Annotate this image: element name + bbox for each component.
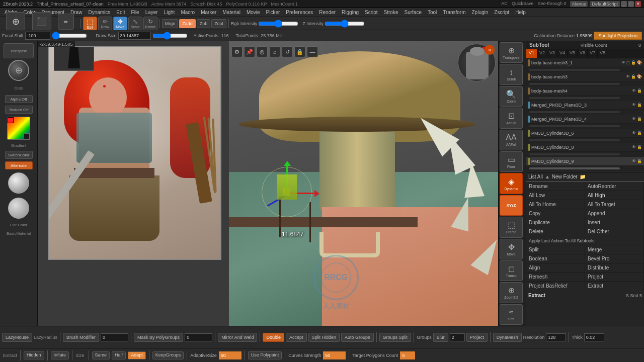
paint-icon-1[interactable]: 🎨 (637, 60, 642, 65)
opacity-slider-1[interactable] (529, 69, 620, 71)
menu-zplugin[interactable]: Zplugin (469, 9, 491, 16)
tab-v8[interactable]: V8 (598, 49, 607, 58)
autoreorder-btn[interactable]: AutoReorder (585, 182, 644, 191)
smt-icon-btn[interactable]: ≈ Smt (500, 304, 523, 325)
edit-btn[interactable]: ⬚ Edit (83, 17, 97, 31)
menu-surface[interactable]: Surface (401, 9, 424, 16)
resolution-input[interactable] (546, 333, 566, 341)
split-btn[interactable]: Split (526, 245, 585, 254)
eye-icon-7[interactable]: 👁 (632, 145, 636, 149)
menu-script[interactable]: Script (362, 9, 380, 16)
brush-modifier-input[interactable] (101, 333, 128, 341)
switch-color-btn[interactable]: SwitchColor (5, 151, 33, 159)
project-bas-btn[interactable]: Project BasRelief (526, 282, 585, 291)
list-all-btn[interactable]: List All (528, 174, 543, 179)
dash-icon[interactable]: — (307, 46, 318, 57)
aafull-icon-btn[interactable]: AA AAFull (500, 130, 523, 150)
accept-btn[interactable]: Accept (286, 333, 307, 342)
menu-layer[interactable]: Layer (143, 9, 160, 16)
all-high-btn[interactable]: All High (585, 191, 644, 200)
blur-input[interactable] (450, 333, 465, 341)
dynamic-icon-btn[interactable]: ◈ Dynamic (500, 173, 523, 194)
tab-v3[interactable]: V3 (547, 49, 557, 58)
subtool-row-3[interactable]: body-base-mesh4 👁 🔒 (526, 86, 644, 96)
lock-icon-6[interactable]: 🔒 (637, 131, 642, 135)
seethrough-btn[interactable]: See-through 0 (537, 1, 566, 7)
frame-icon-btn[interactable]: ⬚ Frame (500, 217, 523, 237)
opacity-slider-4[interactable] (529, 111, 620, 113)
all-to-target-btn[interactable]: All To Target (585, 200, 644, 209)
close-btn[interactable]: ✕ (635, 1, 641, 7)
menu-edit[interactable]: Edit (114, 9, 127, 16)
mask-by-polygroups-btn[interactable]: Mask By PolyGroups (134, 333, 183, 342)
zadd-btn[interactable]: Zadd (179, 19, 196, 28)
dynamesher-btn[interactable]: DynaMesh (493, 333, 522, 342)
menu-transform[interactable]: Transform (440, 9, 468, 16)
menu-dynamics[interactable]: Dynamics (86, 9, 113, 16)
split-hidden-btn[interactable]: Split Hidden (308, 333, 340, 342)
maximize-btn[interactable]: □ (628, 1, 634, 7)
actual-icon-btn[interactable]: ⊡ Actual (500, 108, 523, 128)
adapt-btn[interactable]: Adapt (128, 351, 146, 359)
target-poly-input[interactable] (400, 351, 415, 359)
lock-icon-3[interactable]: 🔒 (637, 88, 642, 93)
tab-v6[interactable]: V6 (578, 49, 588, 58)
rename-btn[interactable]: Rename (526, 182, 585, 191)
zcut-btn[interactable]: Zcut (211, 19, 226, 28)
opacity-slider-3[interactable] (529, 97, 620, 99)
copy-btn[interactable]: Copy (526, 209, 585, 218)
menu-render[interactable]: Render (316, 9, 338, 16)
apply-last-btn[interactable]: Apply Last Action To All Subtools (526, 236, 644, 245)
half-btn[interactable]: Half (112, 351, 126, 359)
thick-input[interactable] (584, 333, 604, 341)
texture-off-btn[interactable]: Texture Off (5, 106, 33, 114)
del-other-btn[interactable]: Del Other (585, 227, 644, 236)
eye-icon-8[interactable]: 👁 (632, 159, 636, 163)
menu-help[interactable]: Help (513, 9, 528, 16)
material-sphere[interactable] (8, 172, 29, 194)
subtool-row-7[interactable]: PM3D_Cylinder3D_8 👁 🔒 (526, 143, 644, 152)
xyrz-icon-btn[interactable]: XYrZ (500, 195, 523, 216)
opacity-slider-8[interactable] (529, 167, 620, 169)
tab-v2[interactable]: V2 (537, 49, 547, 58)
ref-thumbnail[interactable] (54, 46, 94, 71)
tab-v4[interactable]: V4 (557, 49, 568, 58)
curves-strength-input[interactable] (323, 351, 346, 359)
subtool-row-1[interactable]: body-base-mesh3_1 👁 ◻ 🔒 🎨 (526, 58, 644, 67)
ref-image-container[interactable] (48, 46, 221, 260)
subtool-row-5[interactable]: Merged_PM3D_Plane3D_4 👁 🔒 (526, 115, 644, 124)
delete-btn[interactable]: Delete (526, 227, 585, 236)
lock-icon[interactable]: 🔒 (294, 46, 305, 57)
menu-light[interactable]: Light (162, 9, 178, 16)
rgb-intensity-slider[interactable] (258, 21, 298, 27)
minimize-btn[interactable]: _ (621, 1, 627, 7)
lock-icon-4[interactable]: 🔒 (637, 103, 642, 107)
boolean-btn[interactable]: Boolean (526, 254, 585, 263)
quicksave-btn[interactable]: QuickSave (512, 1, 534, 7)
menu-preferences[interactable]: Preferences (283, 9, 315, 16)
opacity-slider-7[interactable] (529, 153, 620, 155)
mrgn-btn[interactable]: Mrgn (162, 19, 179, 28)
projection-master-btn[interactable]: ⊕ (6, 12, 25, 31)
subtool-row-6[interactable]: PM3D_Cylinder3D_6 👁 🔒 (526, 129, 644, 138)
keep-groups-btn[interactable]: KeepGroups (152, 351, 184, 359)
mirror-weld-btn[interactable]: Mirror And Weld (218, 333, 257, 342)
color-swatch[interactable] (7, 117, 30, 140)
subtool-row-4[interactable]: Merged_PM3D_Plane3D_3 👁 🔒 (526, 101, 644, 110)
eye-icon-6[interactable]: 👁 (632, 131, 636, 135)
lock-icon-7[interactable]: 🔒 (637, 145, 642, 149)
bevel-pro-btn[interactable]: Bevel Pro (585, 254, 644, 263)
z-intensity-slider[interactable] (325, 21, 365, 27)
draw-size-slider[interactable] (152, 33, 188, 38)
new-folder-btn[interactable]: New Folder (552, 174, 578, 179)
mask-polygroups-input[interactable] (185, 333, 212, 341)
opacity-slider-2[interactable] (529, 83, 620, 85)
transform-gizmo[interactable] (254, 159, 319, 225)
eye-icon-2[interactable]: 👁 (626, 74, 630, 79)
merge-btn[interactable]: Merge (585, 245, 644, 254)
remesh-btn[interactable]: Remesh (526, 273, 585, 282)
menu-marker[interactable]: Marker (198, 9, 219, 16)
eye-icon-3[interactable]: 👁 (632, 88, 636, 93)
menu-file[interactable]: File (129, 9, 142, 16)
inflate-btn[interactable]: Inflate (51, 351, 69, 359)
